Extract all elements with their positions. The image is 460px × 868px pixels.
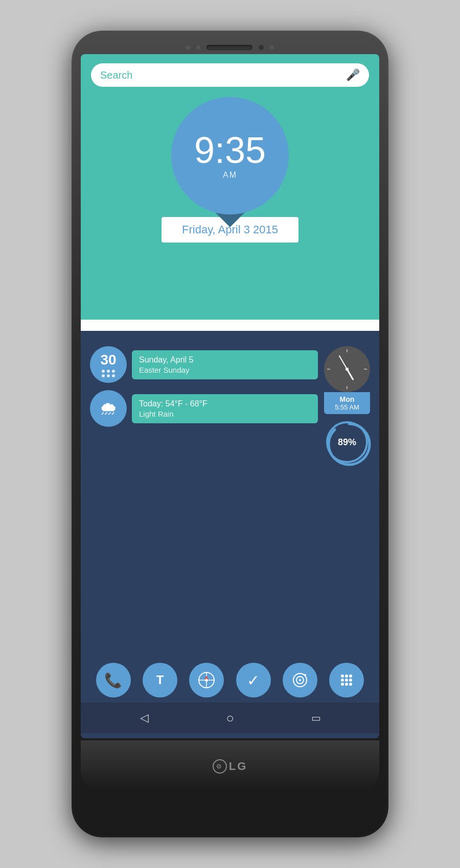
battery-arc-svg xyxy=(326,421,372,467)
dock-messaging-icon[interactable]: T xyxy=(143,663,177,697)
lg-brand-logo: ⊙ LG xyxy=(213,758,248,774)
widgets-area: 30 Sunday, April 5 Easter xyxy=(90,346,370,463)
calendar-widget[interactable]: 30 Sunday, April 5 Easter xyxy=(90,346,318,383)
svg-point-7 xyxy=(346,368,349,371)
svg-point-24 xyxy=(341,683,344,686)
phone-screen: Search 🎤 9:35 AM Friday, April 3 2015 xyxy=(81,54,379,738)
navigation-bar: ◁ ○ ▭ xyxy=(81,703,379,733)
svg-point-20 xyxy=(349,674,352,678)
weather-line1: Today: 54°F - 68°F xyxy=(139,399,311,408)
svg-point-25 xyxy=(345,683,348,686)
recents-button[interactable]: ▭ xyxy=(306,708,326,728)
analog-clock-widget[interactable]: Mon 5:55 AM xyxy=(324,346,370,414)
front-camera xyxy=(259,45,264,50)
lg-circle-logo: ⊙ xyxy=(213,759,227,774)
app-dock: 📞 T ✓ xyxy=(81,663,379,697)
apps-grid-icon xyxy=(339,672,354,688)
phone-icon: 📞 xyxy=(104,672,122,689)
phone-top-hardware xyxy=(81,40,379,54)
analog-clock-face xyxy=(324,346,370,392)
widgets-right: Mon 5:55 AM 89% xyxy=(324,346,370,463)
messaging-icon: T xyxy=(156,673,164,687)
lg-text-logo: LG xyxy=(229,760,248,773)
svg-point-18 xyxy=(341,674,344,678)
rain-cloud-icon: 🌧 xyxy=(99,398,118,419)
phone-device: Search 🎤 9:35 AM Friday, April 3 2015 xyxy=(72,31,388,837)
back-button[interactable]: ◁ xyxy=(134,708,154,728)
calendar-dots-icon: 30 xyxy=(100,352,116,377)
clock-ampm-display: AM xyxy=(223,171,237,180)
dock-tasks-icon[interactable]: ✓ xyxy=(236,663,271,697)
compass-icon xyxy=(198,671,215,689)
dock-camera-icon[interactable] xyxy=(283,663,317,697)
search-placeholder: Search xyxy=(100,69,346,81)
sensor-dot2 xyxy=(196,45,200,50)
calendar-icon-circle: 30 xyxy=(90,346,127,383)
svg-point-19 xyxy=(345,674,348,678)
sensor-dot xyxy=(186,45,190,50)
phone-bottom-hardware: ⊙ LG xyxy=(81,740,379,791)
clock-time-label: 5:55 AM xyxy=(324,403,370,411)
svg-point-8 xyxy=(329,424,370,465)
calendar-info-box: Sunday, April 5 Easter Sunday xyxy=(132,350,318,379)
weather-line2: Light Rain xyxy=(139,409,311,418)
dock-apps-icon[interactable] xyxy=(329,663,364,697)
svg-point-22 xyxy=(345,679,348,682)
svg-point-23 xyxy=(349,679,352,682)
svg-point-16 xyxy=(299,679,301,681)
clock-day-label: Mon xyxy=(324,395,370,403)
screen-top-section: Search 🎤 9:35 AM Friday, April 3 2015 xyxy=(81,54,379,320)
svg-point-17 xyxy=(304,674,306,676)
checkmark-icon: ✓ xyxy=(247,671,260,689)
screen-divider xyxy=(81,320,379,331)
home-button[interactable]: ○ xyxy=(220,708,240,728)
clock-widget: 9:35 AM Friday, April 3 2015 xyxy=(91,97,369,243)
clock-day-bar: Mon 5:55 AM xyxy=(324,392,370,414)
speaker-grille xyxy=(206,45,252,50)
widgets-left: 30 Sunday, April 5 Easter xyxy=(90,346,318,427)
dock-phone-icon[interactable]: 📞 xyxy=(96,663,131,697)
weather-widget[interactable]: 🌧 Today: 54°F - 68°F Light Rain xyxy=(90,390,318,427)
microphone-icon[interactable]: 🎤 xyxy=(346,68,360,82)
sensor-dot3 xyxy=(270,45,274,50)
search-bar[interactable]: Search 🎤 xyxy=(91,63,369,87)
svg-point-21 xyxy=(341,679,344,682)
calendar-line1: Sunday, April 5 xyxy=(139,355,311,365)
dock-browser-icon[interactable] xyxy=(189,663,224,697)
battery-widget[interactable]: 89% xyxy=(326,421,368,463)
calendar-number: 30 xyxy=(100,352,116,368)
calendar-line2: Easter Sunday xyxy=(139,366,311,374)
weather-info-box: Today: 54°F - 68°F Light Rain xyxy=(132,394,318,423)
dock-icons-row: 📞 T ✓ xyxy=(90,663,370,697)
clock-time-display: 9:35 xyxy=(194,132,266,168)
camera-icon xyxy=(291,671,309,689)
weather-icon-circle: 🌧 xyxy=(90,390,127,427)
svg-point-26 xyxy=(349,683,352,686)
screen-bottom-section: 30 Sunday, April 5 Easter xyxy=(81,331,379,738)
clock-face: 9:35 AM xyxy=(171,97,289,214)
